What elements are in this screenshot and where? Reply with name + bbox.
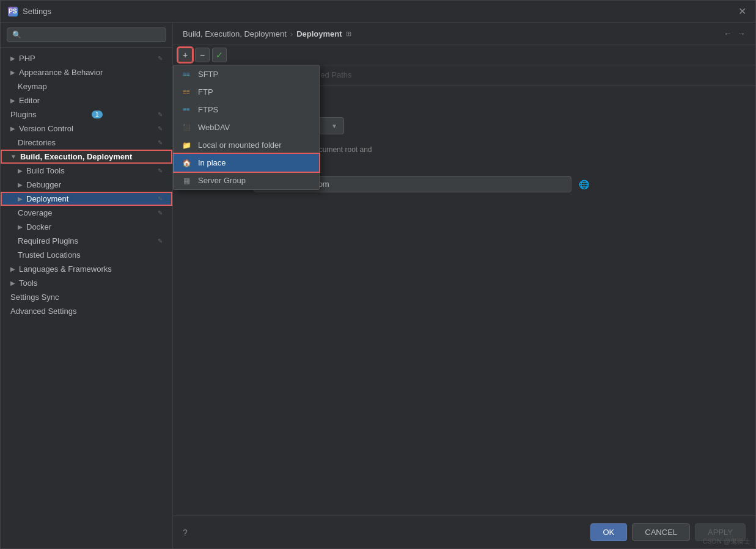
edit-icon: ✎	[158, 195, 163, 202]
edit-icon: ✎	[158, 209, 163, 216]
cancel-button[interactable]: CANCEL	[632, 523, 690, 541]
home-icon: 🏠	[181, 159, 192, 167]
breadcrumb-separator: ›	[290, 29, 293, 38]
dropdown-item-label: Server Group	[198, 176, 246, 185]
search-input[interactable]	[7, 27, 166, 42]
sidebar-item-deployment[interactable]: ▶ Deployment ✎	[1, 192, 172, 206]
sidebar-item-label: Appearance & Behavior	[19, 68, 103, 77]
arrow-icon: ▶	[10, 55, 15, 62]
toolbar: + − ✓ ≡≡ SFTP ≡≡ FTP ≡≡ FTPS	[173, 45, 755, 65]
ftps-icon: ≡≡	[181, 106, 192, 114]
add-type-dropdown: ≡≡ SFTP ≡≡ FTP ≡≡ FTPS ⬛ WebDAV	[173, 65, 320, 190]
sidebar-item-label: PHP	[19, 54, 35, 63]
sidebar-item-plugins[interactable]: Plugins 1 ✎	[1, 107, 172, 122]
edit-icon: ✎	[158, 111, 163, 118]
sidebar-item-label: Languages & Frameworks	[19, 264, 112, 274]
pin-icon: ⊞	[346, 30, 351, 38]
breadcrumb: Build, Execution, Deployment › Deploymen…	[183, 29, 719, 38]
window-title: Settings	[23, 7, 738, 16]
app-icon: PS	[8, 7, 18, 16]
arrow-icon: ▶	[10, 125, 15, 132]
arrow-icon: ▶	[10, 266, 15, 272]
dropdown-item-local-folder[interactable]: 📁 Local or mounted folder	[174, 136, 319, 154]
arrow-icon: ▶	[18, 167, 23, 174]
dropdown-item-in-place[interactable]: 🏠 In place	[174, 154, 319, 172]
close-button[interactable]: ✕	[738, 7, 748, 16]
sidebar-item-label: Required Plugins	[18, 236, 78, 245]
edit-icon: ✎	[158, 238, 163, 244]
edit-icon: ✎	[158, 125, 163, 132]
sidebar-item-debugger[interactable]: ▶ Debugger	[1, 178, 172, 192]
sidebar-item-label: Version Control	[19, 124, 73, 133]
server-group-icon: ▦	[181, 176, 192, 185]
sidebar-item-tools[interactable]: ▶ Tools	[1, 276, 172, 290]
sidebar-item-docker[interactable]: ▶ Docker	[1, 220, 172, 234]
sidebar-item-settings-sync[interactable]: Settings Sync	[1, 290, 172, 304]
sidebar-item-version-control[interactable]: ▶ Version Control ✎	[1, 122, 172, 136]
edit-icon: ✎	[158, 139, 163, 146]
arrow-down-icon: ▼	[10, 153, 17, 160]
ok-button[interactable]: OK	[590, 523, 628, 541]
dropdown-item-ftps[interactable]: ≡≡ FTPS	[174, 101, 319, 118]
dropdown-item-webdav[interactable]: ⬛ WebDAV	[174, 118, 319, 136]
ftp-icon: ≡≡	[181, 88, 192, 96]
sidebar-item-label: Settings Sync	[10, 293, 59, 302]
bottom-bar: ? OK CANCEL APPLY	[173, 515, 755, 548]
sidebar-item-appearance[interactable]: ▶ Appearance & Behavior	[1, 65, 172, 79]
breadcrumb-parent: Build, Execution, Deployment	[183, 29, 287, 38]
sidebar-item-coverage[interactable]: Coverage ✎	[1, 206, 172, 220]
sidebar-item-php[interactable]: ▶ PHP ✎	[1, 51, 172, 65]
check-button[interactable]: ✓	[212, 48, 227, 62]
title-bar: PS Settings ✕	[1, 1, 755, 23]
globe-icon: 🌐	[579, 180, 589, 189]
arrow-icon: ▶	[10, 97, 15, 104]
dropdown-item-label: Local or mounted folder	[198, 140, 282, 150]
sidebar-item-label: Trusted Locations	[18, 250, 81, 260]
arrow-icon: ▶	[10, 280, 15, 286]
content-area: Build, Execution, Deployment › Deploymen…	[173, 23, 755, 548]
help-button[interactable]: ?	[183, 528, 188, 537]
sidebar-item-label: Deployment	[26, 194, 68, 203]
sidebar-item-directories[interactable]: Directories ✎	[1, 136, 172, 150]
sidebar-item-build-tools[interactable]: ▶ Build Tools ✎	[1, 164, 172, 178]
sidebar-item-keymap[interactable]: Keymap	[1, 79, 172, 93]
back-button[interactable]: ←	[724, 29, 732, 38]
dropdown-item-label: FTPS	[198, 105, 218, 114]
add-button[interactable]: +	[178, 48, 193, 62]
sidebar-item-label: Keymap	[18, 82, 47, 91]
dropdown-item-server-group[interactable]: ▦ Server Group	[174, 172, 319, 189]
dropdown-item-label: SFTP	[198, 70, 218, 79]
sidebar-item-languages[interactable]: ▶ Languages & Frameworks	[1, 262, 172, 276]
sidebar-nav: ▶ PHP ✎ ▶ Appearance & Behavior Keymap ▶…	[1, 48, 172, 548]
settings-window: PS Settings ✕ ▶ PHP ✎ ▶ Appearance & Beh…	[0, 0, 756, 549]
arrow-icon: ▶	[18, 224, 23, 230]
dropdown-item-ftp[interactable]: ≡≡ FTP	[174, 83, 319, 101]
main-content: ▶ PHP ✎ ▶ Appearance & Behavior Keymap ▶…	[1, 23, 755, 548]
sidebar-item-label: Tools	[19, 278, 37, 288]
plugins-badge: 1	[92, 111, 103, 118]
remove-button[interactable]: −	[195, 48, 210, 62]
sidebar-item-trusted-locations[interactable]: Trusted Locations	[1, 248, 172, 262]
edit-icon: ✎	[158, 55, 163, 62]
sidebar-item-build-exec[interactable]: ▼ Build, Execution, Deployment	[1, 150, 172, 164]
webdav-icon: ⬛	[181, 123, 192, 132]
dropdown-item-label: In place	[198, 158, 226, 167]
sidebar-item-label: Coverage	[18, 208, 52, 217]
arrow-icon: ▶	[10, 69, 15, 76]
watermark: CSDN @鬼骑士	[703, 537, 750, 546]
dropdown-item-sftp[interactable]: ≡≡ SFTP	[174, 65, 319, 83]
sidebar-item-editor[interactable]: ▶ Editor	[1, 93, 172, 107]
dropdown-item-label: WebDAV	[198, 123, 230, 132]
sidebar-item-label: Build Tools	[26, 166, 65, 175]
forward-button[interactable]: →	[737, 29, 746, 38]
edit-icon: ✎	[158, 167, 163, 174]
sidebar-item-label: Docker	[26, 222, 51, 231]
sidebar-item-label: Directories	[18, 138, 56, 147]
arrow-icon: ▶	[18, 181, 23, 188]
breadcrumb-current: Deployment	[296, 29, 342, 38]
sidebar-item-label: Editor	[19, 96, 40, 105]
dropdown-item-label: FTP	[198, 87, 213, 96]
folder-icon: 📁	[181, 141, 192, 150]
sidebar-item-advanced-settings[interactable]: Advanced Settings	[1, 304, 172, 318]
sidebar-item-required-plugins[interactable]: Required Plugins ✎	[1, 234, 172, 248]
